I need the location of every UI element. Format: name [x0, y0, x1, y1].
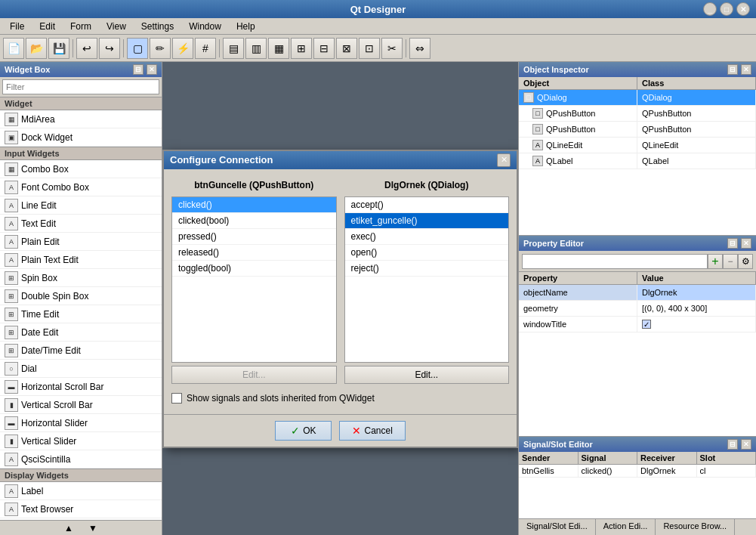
dialog-signal-pressed[interactable]: pressed(): [172, 229, 336, 245]
widget-item-spinbox[interactable]: ⊞ Spin Box: [0, 269, 162, 287]
tab-order-btn[interactable]: #: [195, 38, 216, 59]
widget-item-vslider[interactable]: ▮ Vertical Slider: [0, 432, 162, 450]
dialog-slot-open[interactable]: open(): [345, 245, 509, 261]
inspector-row-qdialog[interactable]: □ QDialog QDialog: [519, 90, 756, 106]
ss-row-1[interactable]: btnGellis clicked() DlgOrnek cl: [519, 465, 756, 478]
layout2-btn[interactable]: ▥: [245, 38, 267, 59]
widget-item-hscrollbar[interactable]: ▬ Horizontal Scroll Bar: [0, 378, 162, 396]
ss-col-signal: Signal: [579, 452, 638, 464]
ss-close-btn[interactable]: ✕: [741, 439, 751, 450]
break-layout-btn[interactable]: ✂: [381, 38, 403, 59]
save-btn[interactable]: 💾: [48, 38, 69, 59]
dialog-left-edit-btn[interactable]: Edit...: [171, 366, 337, 384]
layout3-btn[interactable]: ▦: [268, 38, 289, 59]
redo-btn[interactable]: ↪: [99, 38, 120, 59]
inspector-cell-object-qdialog: □ QDialog: [519, 90, 637, 105]
widget-item-doublespinbox[interactable]: ⊞ Double Spin Box: [0, 287, 162, 305]
ss-tab-resource[interactable]: Resource Brow...: [656, 519, 735, 535]
dialog-slot-etiket[interactable]: etiket_guncelle(): [345, 213, 509, 229]
layout7-btn[interactable]: ⊡: [359, 38, 380, 59]
widget-item-combobox[interactable]: ▦ Combo Box: [0, 160, 162, 178]
widget-item-mdiarea[interactable]: ▦ MdiArea: [0, 110, 162, 128]
layout1-btn[interactable]: ▤: [223, 38, 244, 59]
dialog-slot-reject[interactable]: reject(): [345, 261, 509, 277]
menu-window[interactable]: Window: [182, 19, 228, 34]
minimize-btn[interactable]: _: [703, 2, 717, 16]
oi-close-btn[interactable]: ✕: [741, 64, 751, 75]
dialog-checkbox[interactable]: [171, 393, 182, 404]
widget-category-widget: Widget: [0, 97, 162, 110]
ss-float-btn[interactable]: ⊟: [727, 439, 738, 450]
signal-slot-btn[interactable]: ⚡: [172, 38, 193, 59]
widget-item-dateedit[interactable]: ⊞ Date Edit: [0, 323, 162, 342]
dialog-signal-clicked[interactable]: clicked(): [172, 197, 336, 213]
prop-cell-objectname-value[interactable]: DlgOrnek: [637, 285, 756, 300]
inspector-header: Object Class: [519, 77, 756, 90]
inspector-row-qlineedit[interactable]: A QLineEdit QLineEdit: [519, 138, 756, 153]
widget-item-fontcombobox[interactable]: A Font Combo Box: [0, 178, 162, 196]
widget-item-dial[interactable]: ○ Dial: [0, 360, 162, 378]
dialog-signal-toggled[interactable]: toggled(bool): [172, 261, 336, 277]
dialog-close-btn[interactable]: ✕: [497, 153, 511, 167]
prop-row-geometry[interactable]: geometry [(0, 0), 400 x 300]: [519, 301, 756, 317]
new-btn[interactable]: 📄: [3, 38, 24, 59]
dialog-slot-accept[interactable]: accept(): [345, 197, 509, 213]
prop-add-btn[interactable]: +: [708, 254, 723, 269]
canvas-area[interactable]: Configure Connection ✕ btnGuncelle (QPus…: [162, 62, 518, 535]
widget-item-timeedit[interactable]: ⊞ Time Edit: [0, 305, 162, 323]
ss-tab-action[interactable]: Action Edi...: [596, 519, 656, 535]
adjust-size-btn[interactable]: ⇔: [409, 38, 430, 59]
undo-btn[interactable]: ↩: [76, 38, 97, 59]
widget-item-label[interactable]: A Label: [0, 482, 162, 500]
scroll-up-btn[interactable]: ▲: [64, 523, 73, 533]
menu-edit[interactable]: Edit: [32, 19, 62, 34]
layout4-btn[interactable]: ⊞: [291, 38, 312, 59]
widget-item-plainedit[interactable]: A Plain Edit: [0, 233, 162, 251]
widget-item-hslider[interactable]: ▬ Horizontal Slider: [0, 414, 162, 432]
menu-file[interactable]: File: [3, 19, 31, 34]
select-btn[interactable]: ▢: [127, 38, 148, 59]
dialog-ok-btn[interactable]: ✓ OK: [275, 421, 332, 441]
dialog-slot-exec[interactable]: exec(): [345, 229, 509, 245]
widget-item-textbrowser[interactable]: A Text Browser: [0, 500, 162, 518]
menu-view[interactable]: View: [100, 19, 133, 34]
menu-form[interactable]: Form: [63, 19, 98, 34]
widget-item-qsciscintilla[interactable]: A QsciScintilla: [0, 450, 162, 469]
ss-tab-signalslot[interactable]: Signal/Slot Edi...: [519, 519, 596, 535]
oi-float-btn[interactable]: ⊟: [727, 64, 738, 75]
scroll-down-btn[interactable]: ▼: [88, 523, 97, 533]
dialog-right-edit-btn[interactable]: Edit...: [344, 366, 510, 384]
dialog-signal-released[interactable]: released(): [172, 245, 336, 261]
filter-input[interactable]: [2, 79, 159, 94]
dialog-signal-clicked-bool[interactable]: clicked(bool): [172, 213, 336, 229]
inspector-row-qpushbutton1[interactable]: □ QPushButton QPushButton: [519, 106, 756, 122]
inspector-row-qlabel[interactable]: A QLabel QLabel: [519, 153, 756, 169]
prop-row-objectname[interactable]: objectName DlgOrnek: [519, 285, 756, 301]
pe-close-btn[interactable]: ✕: [741, 238, 751, 249]
widget-item-vscrollbar[interactable]: ▮ Vertical Scroll Bar: [0, 396, 162, 414]
edit-btn[interactable]: ✏: [150, 38, 171, 59]
open-btn[interactable]: 📂: [26, 38, 47, 59]
prop-settings-btn[interactable]: ⚙: [738, 254, 753, 269]
inspector-row-qpushbutton2[interactable]: □ QPushButton QPushButton: [519, 122, 756, 138]
widget-item-textedit[interactable]: A Text Edit: [0, 215, 162, 233]
prop-remove-btn[interactable]: −: [723, 254, 738, 269]
maximize-btn[interactable]: □: [720, 2, 733, 16]
widget-item-datetimeedit[interactable]: ⊞ Date/Time Edit: [0, 342, 162, 360]
close-btn[interactable]: ✕: [736, 2, 750, 16]
prop-table: Property Value objectName DlgOrnek geome…: [519, 272, 756, 436]
widget-item-plaintextedit[interactable]: A Plain Text Edit: [0, 251, 162, 269]
prop-row-windowtitle[interactable]: windowTitle ✓: [519, 317, 756, 332]
menu-help[interactable]: Help: [230, 19, 262, 34]
widget-item-lineedit[interactable]: A Line Edit: [0, 196, 162, 215]
prop-search-input[interactable]: [522, 254, 708, 269]
layout6-btn[interactable]: ⊠: [336, 38, 357, 59]
pe-float-btn[interactable]: ⊟: [727, 238, 738, 249]
layout5-btn[interactable]: ⊟: [313, 38, 335, 59]
plainedit-icon: A: [5, 235, 18, 249]
widget-box-close-btn[interactable]: ✕: [147, 64, 157, 75]
menu-settings[interactable]: Settings: [134, 19, 181, 34]
dialog-cancel-btn[interactable]: ✕ Cancel: [339, 421, 405, 441]
widget-box-float-btn[interactable]: ⊟: [133, 64, 143, 75]
widget-item-dockwidget[interactable]: ▣ Dock Widget: [0, 128, 162, 147]
